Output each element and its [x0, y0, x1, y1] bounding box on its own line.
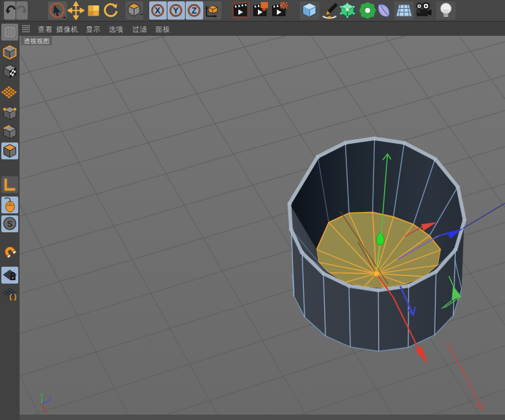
svg-text:S: S: [7, 219, 13, 229]
svg-text:透视视图: 透视视图: [24, 37, 49, 45]
svg-text:Z: Z: [192, 6, 197, 16]
svg-text:X: X: [155, 6, 161, 16]
svg-text:Y: Y: [173, 6, 179, 16]
svg-text:(): (): [8, 293, 17, 301]
